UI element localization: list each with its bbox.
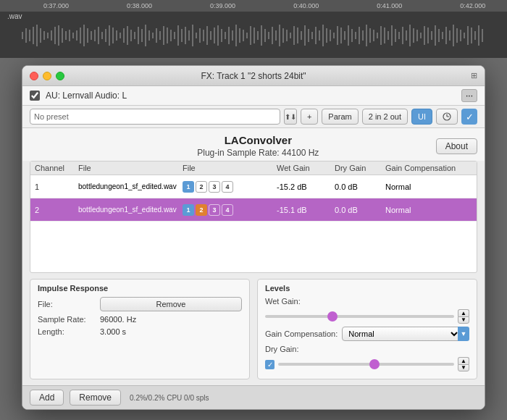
ir-length-label: Length:	[38, 327, 96, 336]
clock-icon	[443, 112, 451, 121]
wet-gain-up[interactable]: ▲	[458, 309, 469, 316]
preset-select[interactable]: No preset	[30, 109, 280, 125]
svg-rect-73	[286, 30, 288, 41]
bottom-bar: Add Remove 0.2%/0.2% CPU 0/0 spls	[22, 385, 485, 409]
svg-rect-26	[116, 30, 117, 41]
preset-stepper[interactable]: ⬆⬇	[284, 109, 297, 125]
maximize-button[interactable]	[56, 72, 64, 80]
cell-dry-gain-2: 0.0 dB	[335, 206, 385, 214]
svg-rect-5	[40, 28, 41, 43]
table-row[interactable]: 2 bottledungeon1_sf_edited.wav 1 2 3 4 -…	[30, 198, 477, 222]
svg-rect-115	[438, 29, 440, 42]
resize-icon[interactable]: ⊞	[471, 71, 477, 80]
ch-btn-2-1[interactable]: 1	[183, 204, 194, 216]
svg-rect-8	[51, 30, 52, 41]
ui-button[interactable]: UI	[411, 109, 432, 125]
empty-rows	[30, 222, 477, 272]
fx-window: FX: Track 1 "2 shorts 24bit" ⊞ AU: Lernv…	[22, 65, 485, 410]
plugin-sample-rate: Plug-in Sample Rate: 44100 Hz	[80, 148, 436, 158]
svg-rect-24	[109, 25, 110, 46]
cpu-info: 0.2%/0.2% CPU 0/0 spls	[130, 394, 209, 402]
remove-button[interactable]: Remove	[70, 390, 121, 406]
bottom-panels: Impulse Response File: Remove Sample Rat…	[22, 279, 485, 385]
svg-rect-63	[250, 26, 251, 45]
param-button[interactable]: Param	[322, 109, 358, 125]
svg-rect-113	[431, 31, 432, 40]
svg-rect-107	[409, 25, 411, 46]
ch-btn-2-3[interactable]: 3	[209, 204, 220, 216]
svg-rect-95	[366, 25, 367, 46]
svg-rect-86	[333, 33, 335, 38]
au-options-button[interactable]: ···	[461, 89, 477, 102]
table-row[interactable]: 1 bottledungeon1_sf_edited.wav 1 2 3 4 -…	[30, 175, 477, 198]
svg-rect-116	[442, 32, 443, 39]
svg-rect-76	[297, 28, 298, 43]
wet-gain-label-row: Wet Gain:	[265, 297, 469, 306]
dry-gain-slider[interactable]	[278, 359, 454, 369]
svg-rect-97	[373, 30, 374, 41]
cell-channel-1: 1	[35, 182, 78, 191]
dry-gain-up[interactable]: ▲	[458, 357, 469, 364]
svg-rect-17	[83, 25, 85, 46]
io-button[interactable]: 2 in 2 out	[362, 109, 408, 125]
svg-rect-67	[264, 29, 266, 42]
timeline-mark: 0:42.000	[460, 2, 485, 9]
svg-rect-19	[91, 31, 92, 40]
toolbar-row: No preset ⬆⬇ + Param 2 in 2 out UI ✓	[22, 106, 485, 128]
minimize-button[interactable]	[43, 72, 51, 80]
close-button[interactable]	[30, 72, 38, 80]
svg-rect-28	[123, 28, 125, 43]
dry-gain-down[interactable]: ▼	[458, 364, 469, 371]
svg-rect-77	[301, 31, 302, 40]
cell-wet-gain-2: -15.1 dB	[277, 206, 335, 214]
gain-comp-arrow[interactable]: ▼	[458, 327, 469, 341]
svg-rect-82	[319, 30, 320, 41]
svg-rect-83	[322, 25, 324, 46]
au-checkbox[interactable]	[30, 91, 40, 101]
channel-buttons-2: 1 2 3 4	[183, 204, 277, 216]
wet-gain-down[interactable]: ▼	[458, 316, 469, 324]
about-button[interactable]: About	[436, 138, 477, 154]
svg-rect-7	[47, 33, 49, 38]
file-label: File:	[38, 300, 96, 308]
svg-rect-13	[69, 30, 70, 41]
levels-panel: Levels Wet Gain: ▲ ▼ Gain Compensation: …	[257, 279, 477, 379]
svg-rect-50	[203, 30, 204, 41]
svg-rect-44	[181, 29, 183, 42]
clock-button[interactable]	[436, 109, 458, 125]
ch-btn-1-2[interactable]: 2	[196, 181, 207, 193]
ch-btn-1-1[interactable]: 1	[183, 181, 194, 193]
svg-rect-39	[163, 26, 164, 45]
impulse-response-panel: Impulse Response File: Remove Sample Rat…	[30, 279, 250, 379]
svg-rect-104	[398, 32, 400, 39]
svg-rect-96	[369, 28, 371, 43]
svg-rect-40	[167, 28, 168, 43]
wet-gain-slider[interactable]	[265, 311, 454, 322]
svg-rect-36	[152, 33, 154, 38]
svg-rect-120	[456, 28, 458, 43]
gain-comp-label: Gain Compensation:	[265, 329, 338, 338]
svg-rect-69	[272, 27, 273, 44]
ch-btn-2-2[interactable]: 2	[196, 204, 207, 216]
svg-rect-0	[22, 32, 23, 39]
plus-button[interactable]: +	[301, 109, 318, 125]
svg-rect-125	[474, 31, 476, 40]
cell-channel-2: 2	[35, 206, 78, 214]
ch-btn-1-4[interactable]: 4	[222, 181, 233, 193]
ch-btn-2-4[interactable]: 4	[222, 204, 233, 216]
gain-comp-select[interactable]: Normal	[342, 327, 461, 341]
ch-btn-1-3[interactable]: 3	[209, 181, 220, 193]
length-row: Length: 3.000 s	[38, 327, 242, 336]
svg-rect-75	[293, 26, 295, 45]
svg-rect-109	[416, 30, 418, 41]
svg-rect-11	[62, 28, 63, 43]
ir-remove-button[interactable]: Remove	[100, 297, 242, 311]
svg-rect-121	[460, 30, 461, 41]
dry-gain-checkbox[interactable]: ✓	[265, 360, 275, 369]
svg-rect-12	[65, 31, 67, 40]
check-button[interactable]: ✓	[461, 109, 477, 125]
sample-rate-row: Sample Rate: 96000. Hz	[38, 315, 242, 324]
add-button[interactable]: Add	[30, 390, 64, 406]
col-file-btns: File	[183, 164, 277, 172]
svg-rect-47	[192, 25, 193, 46]
